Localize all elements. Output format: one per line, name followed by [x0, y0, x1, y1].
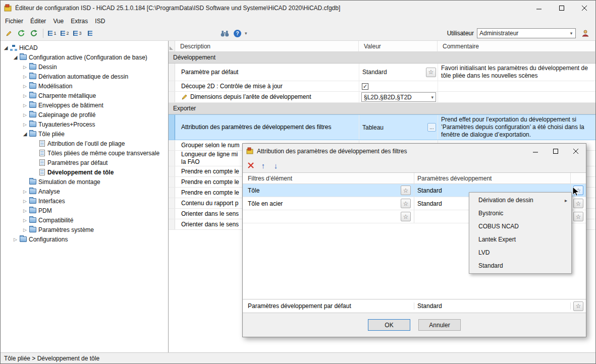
tree-item[interactable]: ▷Compatibilité: [1, 215, 168, 225]
cancel-button[interactable]: Annuler: [418, 319, 461, 331]
tree-item[interactable]: ▷Paramètres système: [1, 225, 168, 234]
expand-arrow-icon[interactable]: ▷: [22, 93, 28, 98]
param-favorite-button[interactable]: ☆: [573, 199, 583, 208]
context-menu-item[interactable]: Dérivation de dessin▸: [469, 194, 571, 207]
param-favorite-button[interactable]: ☆: [573, 212, 583, 221]
help-button[interactable]: ?: [232, 28, 243, 39]
tree-item[interactable]: Simulation de montage: [1, 177, 168, 187]
tree-item[interactable]: ▷Interfaces: [1, 196, 168, 206]
value-dropdown[interactable]: §L2D,§B2D,§T2D▾: [361, 92, 436, 102]
context-menu-item[interactable]: Lantek Expert: [469, 233, 571, 246]
close-button[interactable]: [573, 1, 595, 16]
tree-item[interactable]: ◢Tôle pliée: [1, 129, 168, 139]
tree-item[interactable]: ▷Tuyauteries+Process: [1, 119, 168, 129]
column-header-params[interactable]: Paramètres développement: [414, 173, 571, 184]
edit-button[interactable]: [3, 28, 15, 39]
expand-arrow-icon[interactable]: ▷: [22, 199, 28, 204]
filter-favorite-button[interactable]: ☆: [401, 212, 411, 221]
expand-level-1-button[interactable]: 1: [46, 28, 58, 39]
tree-item[interactable]: ▷Enveloppes de bâtiment: [1, 100, 168, 110]
table-row[interactable]: Paramètre par défautStandard☆Favori init…: [169, 64, 595, 81]
expand-arrow-icon[interactable]: ▷: [22, 208, 28, 213]
menubar-item[interactable]: Fichier: [2, 17, 27, 26]
dialog-minimize-button[interactable]: [525, 144, 546, 158]
favorite-button[interactable]: ☆: [426, 68, 436, 77]
expand-level-3-button[interactable]: 3: [72, 28, 83, 39]
default-param-row[interactable]: Paramètres développement par défaut Stan…: [243, 299, 586, 313]
tree-item[interactable]: ▷Dérivation automatique de dessin: [1, 72, 168, 81]
column-header-filters[interactable]: Filtres d’élément: [243, 173, 414, 184]
ok-button[interactable]: OK: [368, 319, 410, 331]
expand-arrow-icon[interactable]: ▷: [12, 237, 19, 242]
refresh-button[interactable]: [16, 28, 27, 39]
collapse-arrow-icon[interactable]: ◢: [22, 131, 28, 137]
tree-item[interactable]: ▷PDM: [1, 206, 168, 215]
tree-item[interactable]: ◢HiCAD: [1, 43, 168, 52]
user-combobox[interactable]: Administrateur ▾: [477, 28, 576, 38]
expand-arrow-icon[interactable]: ▷: [22, 74, 28, 79]
expand-arrow-icon[interactable]: ▷: [22, 103, 28, 108]
column-header-valeur[interactable]: Valeur: [359, 41, 438, 51]
ellipsis-button[interactable]: ...: [427, 123, 436, 132]
chevron-down-icon[interactable]: ▾: [567, 31, 575, 36]
expand-arrow-icon[interactable]: ▷: [22, 112, 28, 117]
expand-all-button[interactable]: [84, 28, 96, 39]
filter-favorite-button[interactable]: ☆: [401, 199, 411, 208]
delete-row-button[interactable]: [245, 160, 256, 171]
default-favorite-button[interactable]: ☆: [573, 301, 583, 311]
tree-item[interactable]: ▷Modélisation: [1, 81, 168, 91]
tree-item[interactable]: ▷Configurations: [1, 234, 168, 244]
tree-item[interactable]: ▷Analyse: [1, 187, 168, 196]
tree-item[interactable]: Développement de tôle: [1, 167, 168, 177]
table-row[interactable]: Dimensions depuis l’arête de développeme…: [169, 92, 595, 103]
menubar-item[interactable]: ISD: [91, 17, 109, 26]
maximize-button[interactable]: [550, 1, 573, 16]
context-menu-item[interactable]: LVD: [469, 246, 571, 259]
collapse-arrow-icon[interactable]: ◢: [3, 45, 9, 50]
expand-arrow-icon[interactable]: ▷: [22, 84, 28, 89]
expand-arrow-icon[interactable]: ▷: [22, 65, 28, 70]
table-row[interactable]: Attribution des paramètres de développem…: [169, 114, 595, 140]
reload-all-button[interactable]: [28, 28, 40, 39]
value-checkbox[interactable]: ✓: [362, 83, 368, 90]
tree-item[interactable]: ▷Charpente métallique: [1, 91, 168, 100]
dialog-maximize-button[interactable]: [546, 144, 566, 158]
context-menu-item[interactable]: Bystronic: [469, 207, 571, 220]
menubar-item[interactable]: Vue: [49, 17, 67, 26]
table-row[interactable]: Découpe 2D : Contrôle de mise à jour✓: [169, 81, 595, 92]
minimize-button[interactable]: [527, 1, 550, 16]
tree-item-label: Paramètres par défaut: [47, 159, 107, 166]
folder-icon: [29, 122, 36, 127]
expand-level-2-button[interactable]: 2: [59, 28, 71, 39]
expand-arrow-icon[interactable]: ▷: [22, 122, 28, 127]
move-down-button[interactable]: ↓: [270, 160, 282, 171]
cell-comment: Favori initialisant les paramètres du dé…: [438, 64, 595, 81]
tree-item[interactable]: ▷Calepinage de profilé: [1, 110, 168, 119]
tree-item[interactable]: Attribution de l’outil de pliage: [1, 139, 168, 148]
window-controls: [527, 1, 595, 16]
column-header-commentaire[interactable]: Commentaire: [438, 41, 595, 51]
context-menu-item[interactable]: Standard: [469, 259, 571, 272]
user-manager-button[interactable]: [579, 28, 591, 39]
search-button[interactable]: [219, 28, 231, 39]
titlebar[interactable]: Éditeur de configuration ISD - HiCAD 25.…: [1, 1, 595, 16]
chevron-down-icon[interactable]: ▾: [245, 31, 247, 36]
collapse-arrow-icon[interactable]: ◢: [12, 54, 19, 60]
tree-item[interactable]: ▷Dessin: [1, 62, 168, 72]
expand-arrow-icon[interactable]: ▷: [22, 189, 28, 194]
column-header-description[interactable]: Description: [175, 41, 359, 51]
context-menu-item[interactable]: COBUS NCAD: [469, 220, 571, 233]
submenu-arrow-icon: ▸: [565, 198, 567, 203]
dialog-titlebar[interactable]: Attribution des paramètres de développem…: [243, 144, 586, 158]
tree-item[interactable]: Paramètres par défaut: [1, 158, 168, 167]
tree-item[interactable]: ◢Configuration active (Configuration de …: [1, 52, 168, 62]
filter-favorite-button[interactable]: ☆: [401, 186, 411, 195]
dialog-close-button[interactable]: [566, 144, 586, 158]
description-text: Prendre en compte le: [181, 168, 239, 175]
menubar-item[interactable]: Extras: [67, 17, 91, 26]
tree-item[interactable]: Tôles pliées de même coupe transversale: [1, 148, 168, 158]
expand-arrow-icon[interactable]: ▷: [22, 218, 28, 223]
move-up-button[interactable]: ↑: [257, 160, 269, 171]
expand-arrow-icon[interactable]: ▷: [22, 227, 28, 232]
menubar-item[interactable]: Éditer: [27, 17, 49, 26]
